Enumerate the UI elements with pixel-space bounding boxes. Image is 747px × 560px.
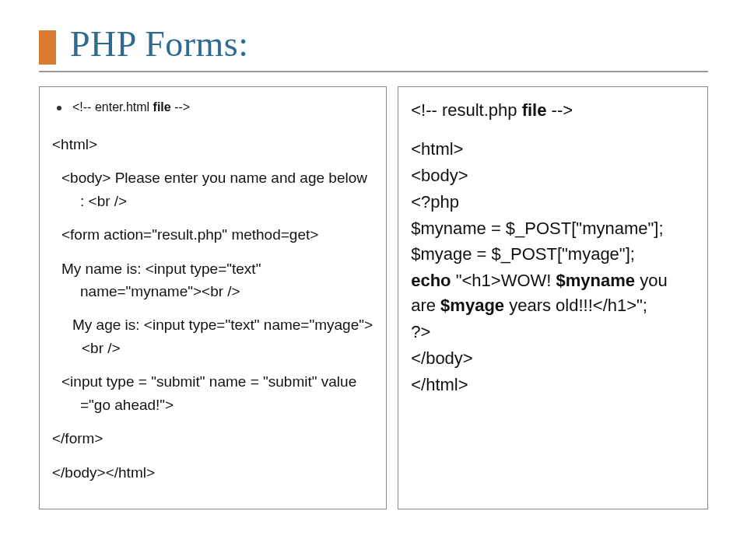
bullet-icon — [57, 106, 61, 110]
r6e: $myage — [440, 296, 504, 315]
left-panel: <!-- enter.html file --> <html> <body> P… — [39, 86, 387, 509]
r0c: --> — [546, 100, 573, 120]
r6a: echo — [411, 271, 451, 290]
right-line-4: $myname = $_POST["myname"]; — [411, 216, 695, 241]
left-bullet-b: file — [153, 100, 171, 114]
divider — [39, 71, 708, 72]
right-panel: <!-- result.php file --> <html> <body> <… — [398, 86, 708, 509]
left-line-8: </body></html> — [52, 461, 374, 484]
right-line-6: echo "<h1>WOW! $myname you are $myage ye… — [411, 268, 695, 318]
title-row: PHP Forms: — [39, 23, 708, 65]
accent-block — [39, 30, 56, 65]
bullet-row: <!-- enter.html file --> — [52, 98, 374, 117]
right-line-2: <body> — [411, 163, 695, 188]
left-line-2: <body> Please enter you name and age bel… — [52, 166, 374, 212]
left-bullet-a: <!-- enter.html — [72, 100, 153, 114]
r6f: years old!!!</h1>"; — [504, 296, 647, 315]
left-line-5: My age is: <input type="text" name="myag… — [52, 313, 374, 359]
r0b: file — [522, 100, 547, 120]
r0a: <!-- result.php — [411, 100, 521, 120]
left-line-1: <html> — [52, 133, 374, 156]
right-gap-1 — [411, 124, 695, 135]
left-line-6: <input type = "submit" name = "submit" v… — [52, 370, 374, 416]
columns: <!-- enter.html file --> <html> <body> P… — [39, 86, 708, 509]
right-line-0: <!-- result.php file --> — [411, 98, 695, 123]
right-line-8: </body> — [411, 346, 695, 371]
left-line-4: My name is: <input type="text" name="myn… — [52, 257, 374, 303]
right-line-7: ?> — [411, 320, 695, 345]
right-line-3: <?php — [411, 190, 695, 215]
left-line-3: <form action="result.php" method=get> — [52, 223, 374, 246]
r6c: $myname — [556, 271, 636, 290]
left-bullet-c: --> — [171, 100, 190, 114]
right-line-1: <html> — [411, 137, 695, 162]
right-line-9: </html> — [411, 373, 695, 397]
r6b: "<h1>WOW! — [451, 271, 556, 290]
right-line-5: $myage = $_POST["myage"]; — [411, 242, 695, 267]
slide-title: PHP Forms: — [70, 23, 249, 65]
left-line-7: </form> — [52, 427, 374, 450]
